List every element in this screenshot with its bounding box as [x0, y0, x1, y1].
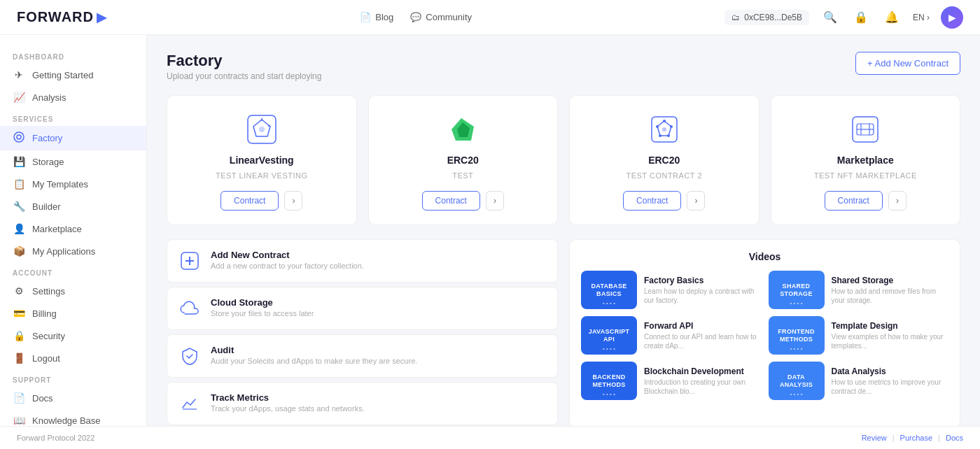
wallet-icon: 🗂 [732, 13, 740, 22]
sidebar-item-factory[interactable]: Factory [0, 126, 146, 150]
contract-arrow-button-0[interactable]: › [284, 191, 302, 211]
language-selector[interactable]: EN › [913, 13, 930, 22]
video-info-5: Data Analysis How to use metrics to impr… [832, 366, 949, 396]
sidebar-section-services: SERVICES [0, 108, 146, 126]
sidebar-item-analysis[interactable]: 📈 Analysis [0, 86, 146, 108]
app-wrapper: FORWARD ▶ 📄 Blog 💬 Community 🗂 0xCE98...… [0, 0, 980, 449]
video-desc-3: View examples of how to make your templa… [832, 332, 949, 350]
video-thumb-label-1: SHARED STORAGE [780, 283, 812, 298]
sidebar-item-docs[interactable]: 📄 Docs [0, 387, 146, 409]
bell-button[interactable]: 🔔 [882, 8, 902, 27]
contract-icon-marketplace [846, 110, 885, 149]
contract-button-2[interactable]: Contract [623, 191, 681, 211]
sidebar-item-my-templates[interactable]: 📋 My Templates [0, 173, 146, 195]
contract-arrow-button-3[interactable]: › [888, 191, 906, 211]
sidebar-item-knowledge-base[interactable]: 📖 Knowledge Base [0, 409, 146, 426]
sidebar-item-logout[interactable]: 🚪 Logout [0, 347, 146, 369]
contract-sub-2: TEST CONTRACT 2 [626, 171, 702, 180]
action-text-audit: Audit Audit your Solecits and dApps to m… [211, 345, 417, 365]
settings-label: Settings [32, 286, 65, 297]
page-title-block: Factory Upload your contracts and start … [167, 52, 321, 81]
svg-point-0 [14, 132, 24, 142]
lock-button[interactable]: 🔒 [851, 8, 871, 27]
video-dots-5: • • • • [790, 391, 803, 397]
sidebar-item-builder[interactable]: 🔧 Builder [0, 195, 146, 218]
contract-icon-erc20-test [443, 110, 482, 149]
video-item-0[interactable]: DATABASE BASICS • • • • Factory Basics L… [581, 271, 762, 309]
contract-button-1[interactable]: Contract [422, 191, 480, 211]
security-label: Security [32, 331, 65, 341]
svg-point-12 [663, 120, 666, 122]
action-text-cloud-storage: Cloud Storage Store your files to access… [211, 297, 314, 318]
action-audit[interactable]: Audit Audit your Solecits and dApps to m… [167, 334, 558, 378]
video-desc-4: Introduction to creating your own Blockc… [644, 378, 762, 396]
action-track-metrics[interactable]: Track Metrics Track your dApps, usage st… [167, 382, 558, 425]
video-desc-2: Connect to our API and learn how to crea… [644, 332, 762, 350]
video-thumb-label-3: FRONTEND METHODS [778, 328, 814, 343]
community-link[interactable]: 💬 Community [410, 12, 472, 22]
videos-grid: DATABASE BASICS • • • • Factory Basics L… [581, 271, 948, 400]
video-desc-5: How to use metrics to improve your contr… [832, 378, 949, 396]
builder-label: Builder [32, 201, 60, 212]
my-templates-icon: 📋 [13, 178, 25, 190]
add-new-contract-button[interactable]: + Add New Contract [855, 52, 960, 75]
contract-sub-1: TEST [452, 171, 473, 180]
contract-card-linear-vesting: LinearVesting Test Linear Vesting Contra… [167, 95, 357, 225]
video-thumb-4: BACKEND METHODS • • • • [581, 362, 637, 400]
video-desc-0: Learn how to deploy a contract with our … [644, 287, 762, 305]
contract-actions-0: Contract › [220, 191, 302, 211]
contract-name-1: ERC20 [447, 155, 479, 166]
action-add-new-contract[interactable]: Add New Contract Add a new contract to y… [167, 239, 558, 283]
sidebar: DASHBOARD ✈ Getting Started 📈 Analysis S… [0, 35, 147, 426]
contract-arrow-button-1[interactable]: › [486, 191, 504, 211]
video-item-5[interactable]: DATA ANALYSIS • • • • Data Analysis How … [769, 362, 949, 400]
page-title: Factory [167, 52, 321, 70]
sidebar-item-my-applications[interactable]: 📦 My Applications [0, 240, 146, 262]
footer-link-docs[interactable]: Docs [946, 434, 963, 442]
knowledge-base-icon: 📖 [13, 415, 25, 426]
builder-icon: 🔧 [13, 201, 25, 212]
video-item-1[interactable]: SHARED STORAGE • • • • Shared Storage Ho… [769, 271, 949, 309]
footer-link-purchase[interactable]: Purchase [900, 434, 932, 442]
action-desc-3: Track your dApps, usage stats and networ… [211, 404, 365, 413]
svg-point-16 [656, 125, 659, 128]
sidebar-item-security[interactable]: 🔒 Security [0, 325, 146, 347]
video-item-4[interactable]: BACKEND METHODS • • • • Blockchain Devel… [581, 362, 762, 400]
sidebar-item-settings[interactable]: ⚙ Settings [0, 280, 146, 302]
contract-button-0[interactable]: Contract [220, 191, 279, 211]
marketplace-icon: 👤 [13, 223, 25, 234]
video-dots-2: • • • • [603, 345, 615, 352]
video-thumb-label-5: DATA ANALYSIS [780, 373, 813, 389]
video-item-2[interactable]: JAVASCRIPT API • • • • Forward API Conne… [581, 316, 762, 355]
svg-point-11 [662, 127, 666, 131]
factory-label: Factory [32, 133, 62, 143]
search-button[interactable]: 🔍 [820, 8, 840, 27]
contract-arrow-button-2[interactable]: › [687, 191, 705, 211]
sidebar-item-storage[interactable]: 💾 Storage [0, 150, 146, 173]
sidebar-item-marketplace[interactable]: 👤 Marketplace [0, 218, 146, 240]
contract-actions-3: Contract › [825, 191, 906, 211]
contract-button-3[interactable]: Contract [825, 191, 883, 211]
user-avatar[interactable]: ▶ [941, 6, 963, 29]
action-cloud-storage[interactable]: Cloud Storage Store your files to access… [167, 287, 558, 330]
my-applications-icon: 📦 [13, 245, 25, 257]
video-title-4: Blockchain Development [644, 366, 762, 376]
my-applications-label: My Applications [32, 246, 95, 257]
video-info-0: Factory Basics Learn how to deploy a con… [644, 276, 762, 305]
contract-name-3: Marketplace [837, 155, 894, 166]
track-metrics-icon [178, 392, 201, 415]
action-title-1: Cloud Storage [211, 297, 314, 308]
video-title-2: Forward API [644, 321, 762, 331]
sidebar-item-getting-started[interactable]: ✈ Getting Started [0, 64, 146, 86]
nav-center: 📄 Blog 💬 Community [360, 12, 472, 22]
video-item-3[interactable]: FRONTEND METHODS • • • • Template Design… [769, 316, 949, 355]
blog-link[interactable]: 📄 Blog [360, 12, 393, 22]
action-desc-0: Add a new contract to your factory colle… [211, 262, 364, 270]
footer-link-review[interactable]: Review [862, 434, 887, 442]
svg-point-14 [667, 134, 670, 137]
audit-icon [178, 345, 201, 367]
billing-icon: 💳 [13, 308, 25, 319]
action-title-3: Track Metrics [211, 392, 365, 403]
my-templates-label: My Templates [32, 179, 88, 190]
sidebar-item-billing[interactable]: 💳 Billing [0, 302, 146, 325]
